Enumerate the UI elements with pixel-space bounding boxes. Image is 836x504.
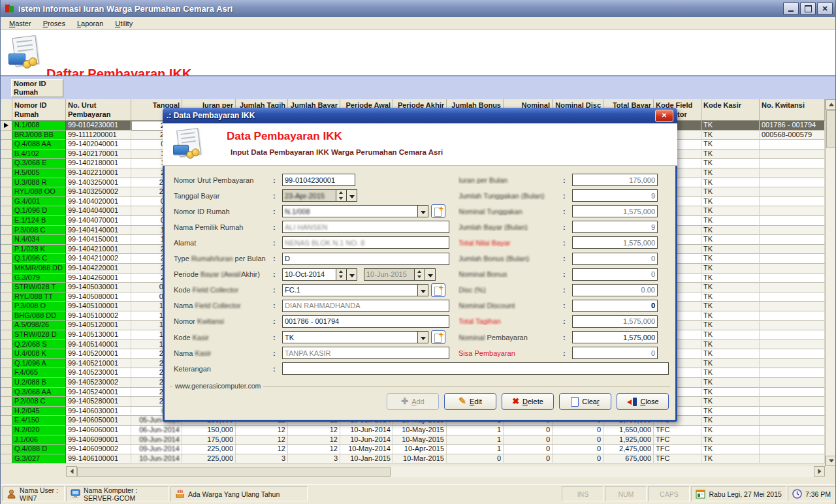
- table-cell[interactable]: TK: [701, 150, 760, 159]
- date-input[interactable]: 10-Jun-2015: [364, 268, 415, 281]
- add-new-icon[interactable]: [431, 204, 445, 218]
- table-cell[interactable]: TK: [701, 274, 760, 283]
- table-cell[interactable]: [760, 426, 825, 435]
- table-cell[interactable]: N.1/008: [12, 121, 66, 131]
- table-cell[interactable]: [760, 321, 825, 330]
- chevron-down-icon[interactable]: [425, 268, 436, 281]
- table-cell[interactable]: 99-1404040001: [66, 206, 131, 216]
- table-cell[interactable]: 12: [236, 426, 288, 435]
- table-cell[interactable]: 99-1404210001: [66, 245, 131, 255]
- table-cell[interactable]: 99-1404210002: [66, 254, 131, 264]
- amount-field[interactable]: 9: [572, 221, 658, 233]
- table-cell[interactable]: 99-1404220001: [66, 264, 131, 274]
- amount-field[interactable]: 1,575,000: [572, 315, 658, 328]
- row-selector[interactable]: [1, 197, 12, 207]
- table-cell[interactable]: [760, 283, 825, 292]
- table-cell[interactable]: 1,925,000: [603, 435, 654, 445]
- table-cell[interactable]: 10-Apr-2015: [393, 445, 447, 454]
- table-cell[interactable]: [760, 359, 825, 369]
- table-cell[interactable]: Q.4/088 D: [12, 445, 66, 454]
- vertical-scrollbar[interactable]: [825, 99, 836, 466]
- table-cell[interactable]: 10-Jan-2015: [340, 454, 393, 464]
- table-cell[interactable]: 99-1403250002: [66, 187, 131, 197]
- table-cell[interactable]: [760, 150, 825, 159]
- chevron-down-icon[interactable]: [347, 268, 357, 281]
- dialog-titlebar[interactable]: .: Data Pembayaran IKK: [163, 108, 677, 123]
- table-cell[interactable]: TK: [701, 216, 760, 226]
- add-button[interactable]: Add: [387, 393, 439, 410]
- table-cell[interactable]: BHG/088 DD: [12, 311, 66, 321]
- table-cell[interactable]: 99-1402040001: [66, 140, 131, 150]
- scroll-left-icon[interactable]: [66, 466, 77, 477]
- table-cell[interactable]: 0: [447, 454, 504, 464]
- row-selector[interactable]: [1, 435, 12, 445]
- table-cell[interactable]: TK: [701, 368, 760, 378]
- table-cell[interactable]: G.3/079: [12, 274, 66, 283]
- table-cell[interactable]: [760, 235, 825, 245]
- table-cell[interactable]: P.3/008 C: [12, 226, 66, 236]
- grid-column-header[interactable]: Kode Kasir: [701, 99, 760, 121]
- table-cell[interactable]: 99-1406060001: [66, 426, 131, 435]
- table-cell[interactable]: 10-Jun-2014: [340, 435, 393, 445]
- table-cell[interactable]: 99-1404140001: [66, 226, 131, 236]
- menu-item-laporan[interactable]: Laporan: [71, 18, 109, 29]
- row-selector[interactable]: [1, 264, 12, 274]
- table-cell[interactable]: 10-Jun-2014: [131, 454, 182, 464]
- table-cell[interactable]: [760, 349, 825, 359]
- row-selector[interactable]: [1, 349, 12, 359]
- row-selector[interactable]: [1, 150, 12, 159]
- table-cell[interactable]: TK: [701, 378, 760, 388]
- table-cell[interactable]: 99-1405030001: [66, 283, 131, 292]
- table-cell[interactable]: Q.1/096 C: [12, 254, 66, 264]
- table-cell[interactable]: [760, 178, 825, 188]
- table-cell[interactable]: 99-1405100002: [66, 311, 131, 321]
- combo-input[interactable]: TK: [282, 331, 418, 343]
- table-cell[interactable]: N.4/034: [12, 235, 66, 245]
- table-cell[interactable]: 000568-000579: [760, 131, 825, 140]
- spinner-icon[interactable]: [336, 268, 347, 281]
- table-cell[interactable]: [760, 168, 825, 178]
- table-cell[interactable]: 0: [553, 426, 603, 435]
- table-cell[interactable]: TFC: [654, 445, 701, 454]
- table-cell[interactable]: 99-1405280001: [66, 397, 131, 407]
- table-cell[interactable]: U.2/088 B: [12, 378, 66, 388]
- vertical-scroll-thumb[interactable]: [826, 110, 836, 148]
- table-cell[interactable]: [760, 264, 825, 274]
- table-cell[interactable]: 1: [447, 426, 504, 435]
- table-cell[interactable]: TK: [701, 168, 760, 178]
- table-cell[interactable]: TK: [701, 359, 760, 369]
- table-cell[interactable]: 3: [236, 454, 288, 464]
- table-cell[interactable]: [760, 254, 825, 264]
- table-cell[interactable]: 99-1111200001: [66, 131, 131, 140]
- edit-button[interactable]: Edit: [444, 393, 496, 410]
- table-cell[interactable]: E.4/150: [12, 416, 66, 426]
- horizontal-scrollbar[interactable]: [66, 466, 825, 477]
- table-cell[interactable]: Q.1/096 A: [12, 359, 66, 369]
- table-cell[interactable]: TK: [701, 226, 760, 236]
- table-cell[interactable]: Q.4/088 AA: [12, 140, 66, 150]
- horizontal-scroll-thumb[interactable]: [77, 467, 391, 477]
- table-cell[interactable]: TK: [701, 140, 760, 150]
- row-selector[interactable]: [1, 292, 12, 302]
- table-cell[interactable]: 99-1405230001: [66, 368, 131, 378]
- add-new-icon[interactable]: [431, 283, 445, 297]
- row-selector[interactable]: [1, 416, 12, 426]
- table-cell[interactable]: [760, 140, 825, 150]
- table-cell[interactable]: TK: [701, 206, 760, 216]
- row-selector[interactable]: [1, 340, 12, 350]
- table-cell[interactable]: 99-1405240001: [66, 388, 131, 398]
- table-cell[interactable]: 99-1405130001: [66, 330, 131, 340]
- table-cell[interactable]: U.3/088 R: [12, 178, 66, 188]
- table-cell[interactable]: [760, 206, 825, 216]
- row-selector[interactable]: [1, 426, 12, 435]
- amount-field[interactable]: 0.00: [572, 284, 658, 296]
- table-cell[interactable]: TK: [701, 340, 760, 350]
- table-cell[interactable]: P.3/008 O: [12, 302, 66, 311]
- spinner-icon[interactable]: [336, 189, 347, 202]
- table-cell[interactable]: 175,000: [182, 435, 236, 445]
- window-titlebar[interactable]: istem Informasi Iuran Warga Perumahan Ce…: [1, 0, 836, 17]
- table-cell[interactable]: Q.2/068 S: [12, 340, 66, 350]
- amount-field[interactable]: 1,575,000: [572, 236, 658, 249]
- table-cell[interactable]: 99-1405120001: [66, 321, 131, 330]
- text-input[interactable]: 99-0104230001: [282, 174, 355, 186]
